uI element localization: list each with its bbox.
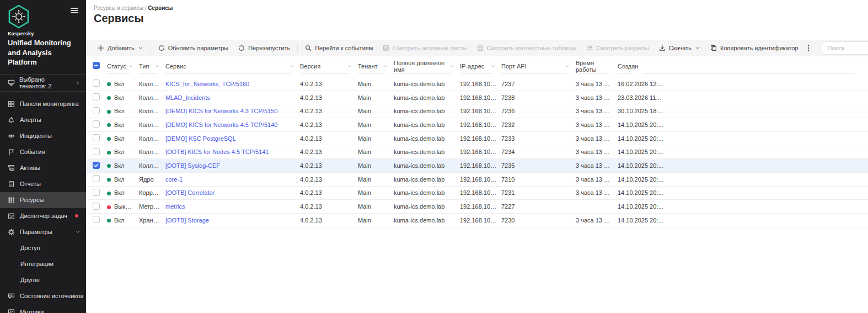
table-row[interactable]: ВыклМетрикиmetrics4.0.2.13Mainkuma-ics.d… (86, 200, 868, 214)
port-cell: 7230 (501, 217, 576, 224)
type-cell: Коллектор (139, 108, 165, 114)
sidebar-collapse-icon[interactable] (69, 6, 79, 15)
download-button[interactable]: Скачать (654, 40, 705, 56)
service-link[interactable]: [OOTB] Correlator (165, 189, 215, 196)
service-link[interactable]: KICS_for_Networks_TCP/5160 (165, 81, 249, 87)
column-header-9[interactable]: Время работы (576, 62, 618, 73)
column-underline (165, 73, 291, 73)
row-checkbox[interactable] (93, 175, 100, 182)
column-header-label: Полное доменное имя (394, 60, 449, 73)
service-link[interactable]: metrics (165, 203, 185, 210)
service-link[interactable]: core-1 (165, 176, 183, 183)
sidebar-item-alerts[interactable]: Алерты (0, 112, 86, 128)
sidebar-item-settings-integrations[interactable]: Интеграции (0, 256, 86, 272)
ip-cell: 192.168.100.99 (460, 217, 501, 224)
plus-icon (98, 45, 104, 51)
tenant-selector[interactable]: Выбрано тенантов: 2 (0, 75, 86, 92)
table-row[interactable]: ВклКоллектор[OOTB] Syslog-CEF4.0.2.13Mai… (86, 159, 868, 173)
type-cell: Коллектор (139, 121, 165, 128)
sidebar-item-incidents[interactable]: Инциденты (0, 128, 86, 144)
column-header-10[interactable]: Создан (618, 62, 642, 73)
column-header-1[interactable]: Статус (107, 62, 139, 73)
row-checkbox[interactable] (93, 189, 100, 196)
sidebar-item-settings[interactable]: Параметры (0, 224, 86, 240)
column-header-5[interactable]: Тенант (358, 62, 394, 73)
sidebar-item-resources[interactable]: Ресурсы (0, 192, 86, 208)
brand-product: Unified Monitoring and Analysis Platform (0, 36, 86, 67)
table-row[interactable]: ВклКоллектор[DEMO] KSC PostgreSQL4.0.2.1… (86, 132, 868, 146)
version-cell: 4.0.2.13 (300, 135, 358, 142)
type-cell: Коллектор (139, 148, 165, 155)
service-link[interactable]: [OOTB] Storage (165, 217, 209, 224)
refresh-params-button[interactable]: Обновить параметры (153, 40, 234, 56)
people-icon (586, 45, 593, 51)
column-header-7[interactable]: IP-адрес (460, 62, 501, 73)
add-button[interactable]: Добавить (93, 40, 148, 56)
row-checkbox[interactable] (93, 107, 100, 114)
sidebar-item-task-manager[interactable]: Диспетчер задач (0, 208, 86, 224)
table-row[interactable]: ВклКоллекторMLAD_Incidents4.0.2.13Mainku… (86, 91, 868, 105)
column-header-6[interactable]: Полное доменное имя (394, 62, 460, 73)
table-row[interactable]: ВклКоллектор[DEMO] KICS for Networks 4.3… (86, 104, 868, 118)
table-row[interactable]: ВклКоллекторKICS_for_Networks_TCP/51604.… (86, 77, 868, 91)
more-actions-button[interactable] (803, 41, 814, 55)
sidebar-item-metrics[interactable]: Метрики (0, 304, 86, 313)
status-label: Вкл (114, 162, 125, 169)
service-link[interactable]: [OOTB] Syslog-CEF (165, 162, 220, 169)
column-header-2[interactable]: Тип (139, 62, 165, 73)
table-row[interactable]: ВклКоллектор[OOTB] KICS for Nodes 4.5 TC… (86, 145, 868, 159)
dashboard-icon (8, 100, 15, 108)
sidebar-item-settings-other[interactable]: Другое (0, 272, 86, 288)
row-checkbox[interactable] (93, 148, 100, 155)
row-checkbox[interactable] (93, 162, 100, 169)
service-cell: [OOTB] Syslog-CEF (165, 162, 300, 169)
row-checkbox[interactable] (93, 93, 100, 100)
table-row[interactable]: ВклКоллектор[DEMO] KICS for Networks 4.5… (86, 118, 868, 132)
sidebar-item-reports[interactable]: Отчеты (0, 176, 86, 192)
row-checkbox[interactable] (93, 120, 100, 128)
row-checkbox[interactable] (93, 203, 100, 210)
sidebar-item-events[interactable]: События (0, 144, 86, 160)
uptime-cell: 3 часа 13 минуты 16... (576, 148, 618, 155)
status-info-icon[interactable] (131, 204, 137, 210)
row-checkbox[interactable] (93, 79, 100, 87)
table-row[interactable]: ВклЯдроcore-14.0.2.13Mainkuma-ics.demo.l… (86, 173, 868, 187)
ip-cell: 192.168.100.99 (460, 81, 501, 87)
assets-icon (8, 165, 15, 172)
table-row[interactable]: ВклКоррелятор[OOTB] Correlator4.0.2.13Ma… (86, 187, 868, 200)
select-all-column (93, 62, 107, 73)
service-link[interactable]: [DEMO] KSC PostgreSQL (165, 135, 236, 142)
type-cell: Коррелятор (139, 189, 165, 196)
column-header-4[interactable]: Версия (300, 62, 358, 73)
column-header-8[interactable]: Порт API (501, 62, 576, 73)
status-cell: Вкл (107, 135, 139, 142)
sidebar-item-assets[interactable]: Активы (0, 160, 86, 176)
gear-icon (8, 229, 15, 236)
sidebar-item-dashboards[interactable]: Панели мониторинга (0, 96, 86, 112)
service-link[interactable]: [DEMO] KICS for Networks 4.3 TCP/5150 (165, 108, 277, 114)
select-all-checkbox[interactable] (93, 62, 100, 69)
row-checkbox[interactable] (93, 216, 100, 223)
type-cell: Коллектор (139, 162, 165, 169)
table-row[interactable]: ВклХранилище[OOTB] Storage4.0.2.13Mainku… (86, 214, 868, 227)
service-link[interactable]: [DEMO] KICS for Networks 4.5 TCP/5140 (165, 121, 277, 128)
breadcrumb-root[interactable]: Ресурсы и сервисы (94, 5, 143, 11)
sidebar-item-settings-access[interactable]: Доступ (0, 240, 86, 256)
column-header-3[interactable]: Сервис (165, 62, 300, 73)
sidebar-item-source-status[interactable]: Состояние источников (0, 288, 86, 304)
row-select-cell (93, 79, 107, 88)
service-cell: MLAD_Incidents (165, 94, 300, 101)
restart-button[interactable]: Перезапустить (233, 40, 295, 56)
service-link[interactable]: MLAD_Incidents (165, 94, 210, 101)
go-to-events-button[interactable]: Перейти к событиям (300, 40, 378, 56)
copy-id-button[interactable]: Копировать идентификатор (705, 40, 803, 56)
row-checkbox[interactable] (93, 134, 100, 141)
port-cell: 7237 (501, 81, 576, 87)
status-label: Вкл (114, 217, 125, 224)
service-cell: [OOTB] KICS for Nodes 4.5 TCP/5141 (165, 148, 300, 155)
tenant-cell: Main (358, 135, 394, 142)
search-input[interactable] (822, 41, 868, 55)
service-cell: [OOTB] Storage (165, 217, 300, 224)
toolbar-button-label: Обновить параметры (168, 45, 229, 51)
service-link[interactable]: [OOTB] KICS for Nodes 4.5 TCP/5141 (165, 148, 269, 155)
